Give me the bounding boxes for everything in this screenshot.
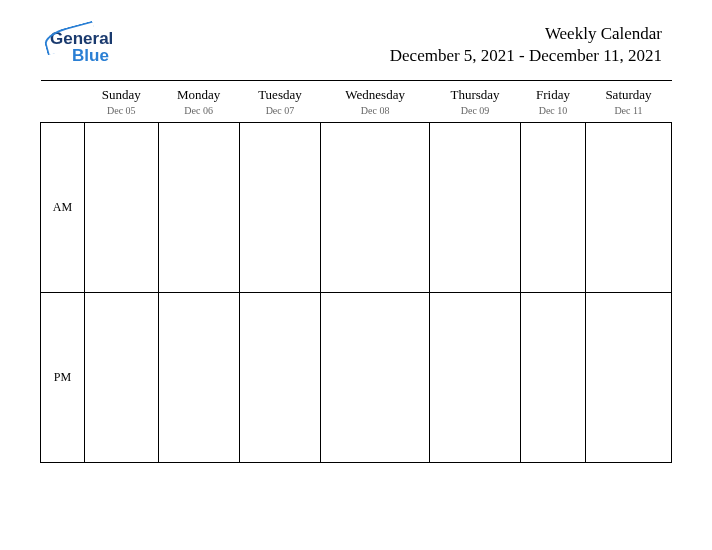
day-date: Dec 07 bbox=[241, 105, 318, 116]
day-name: Saturday bbox=[587, 87, 669, 103]
cell-am-monday bbox=[158, 123, 239, 293]
period-column-header bbox=[41, 81, 85, 123]
header-row: Sunday Dec 05 Monday Dec 06 Tuesday Dec … bbox=[41, 81, 672, 123]
cell-am-tuesday bbox=[239, 123, 320, 293]
day-header-monday: Monday Dec 06 bbox=[158, 81, 239, 123]
calendar-title: Weekly Calendar bbox=[390, 24, 662, 44]
weekly-calendar-table: Sunday Dec 05 Monday Dec 06 Tuesday Dec … bbox=[40, 80, 672, 463]
logo-text-blue: Blue bbox=[72, 47, 113, 64]
cell-am-wednesday bbox=[321, 123, 430, 293]
period-label-am: AM bbox=[41, 123, 85, 293]
day-header-saturday: Saturday Dec 11 bbox=[585, 81, 671, 123]
day-name: Monday bbox=[160, 87, 237, 103]
cell-am-friday bbox=[521, 123, 586, 293]
day-date: Dec 10 bbox=[523, 105, 584, 116]
day-header-thursday: Thursday Dec 09 bbox=[430, 81, 521, 123]
header: Weekly Calendar December 5, 2021 - Decem… bbox=[390, 24, 662, 66]
logo: General Blue bbox=[50, 30, 113, 64]
cell-pm-sunday bbox=[85, 293, 159, 463]
day-header-friday: Friday Dec 10 bbox=[521, 81, 586, 123]
cell-pm-monday bbox=[158, 293, 239, 463]
day-header-sunday: Sunday Dec 05 bbox=[85, 81, 159, 123]
calendar-wrapper: Sunday Dec 05 Monday Dec 06 Tuesday Dec … bbox=[40, 80, 672, 463]
pm-row: PM bbox=[41, 293, 672, 463]
cell-pm-saturday bbox=[585, 293, 671, 463]
cell-pm-wednesday bbox=[321, 293, 430, 463]
cell-am-sunday bbox=[85, 123, 159, 293]
day-name: Thursday bbox=[432, 87, 519, 103]
cell-pm-friday bbox=[521, 293, 586, 463]
day-date: Dec 05 bbox=[87, 105, 157, 116]
day-header-tuesday: Tuesday Dec 07 bbox=[239, 81, 320, 123]
period-label-pm: PM bbox=[41, 293, 85, 463]
day-date: Dec 06 bbox=[160, 105, 237, 116]
day-name: Friday bbox=[523, 87, 584, 103]
cell-am-saturday bbox=[585, 123, 671, 293]
am-row: AM bbox=[41, 123, 672, 293]
day-name: Wednesday bbox=[323, 87, 428, 103]
day-name: Sunday bbox=[87, 87, 157, 103]
day-date: Dec 09 bbox=[432, 105, 519, 116]
date-range: December 5, 2021 - December 11, 2021 bbox=[390, 46, 662, 66]
cell-pm-tuesday bbox=[239, 293, 320, 463]
day-date: Dec 08 bbox=[323, 105, 428, 116]
day-header-wednesday: Wednesday Dec 08 bbox=[321, 81, 430, 123]
day-date: Dec 11 bbox=[587, 105, 669, 116]
cell-pm-thursday bbox=[430, 293, 521, 463]
day-name: Tuesday bbox=[241, 87, 318, 103]
cell-am-thursday bbox=[430, 123, 521, 293]
